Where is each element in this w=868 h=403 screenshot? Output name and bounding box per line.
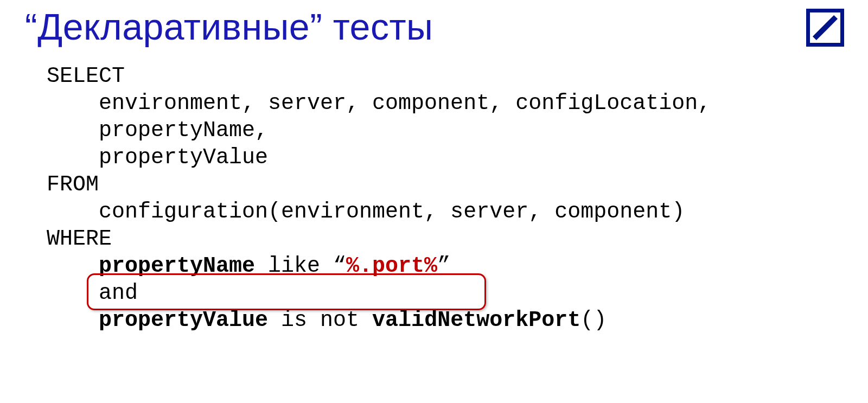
code-line-7: WHERE [47,227,112,251]
code-line-8-end: ” [437,254,450,278]
code-line-10-propertyvalue: propertyValue [99,308,268,332]
code-line-5: FROM [47,172,99,197]
code-line-10-fn: validNetworkPort [372,308,580,332]
code-line-4: propertyValue [47,145,268,170]
code-block: SELECT environment, server, component, c… [47,63,843,334]
code-line-10-isnot: is not [268,308,372,332]
db-logo-icon [806,9,844,47]
code-line-1: SELECT [47,64,125,88]
slide-title: “Декларативные” тесты [25,5,843,48]
slide: “Декларативные” тесты SELECT environment… [0,0,868,403]
code-line-10-paren: () [580,308,607,332]
code-line-3: propertyName, [47,118,268,143]
code-line-8-port: %.port% [346,254,437,278]
code-line-6: configuration(environment, server, compo… [47,200,685,224]
code-line-9: and [47,281,138,305]
svg-line-1 [814,17,835,38]
code-line-10-indent [47,308,99,332]
code-line-8-propertyname: propertyName [99,254,255,278]
code-line-8-indent [47,254,99,278]
code-line-8-like: like “ [255,254,346,278]
code-line-2: environment, server, component, configLo… [47,91,711,116]
